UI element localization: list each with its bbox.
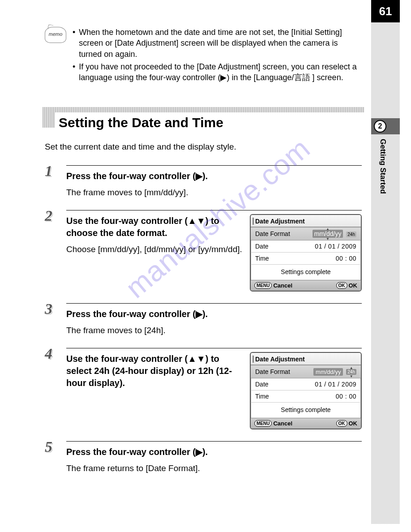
memo-block: memo •When the hometown and the date and… [45, 27, 362, 85]
lcd-title: Date Adjustment [251, 215, 361, 227]
step-title: Use the four-way controller (▲▼) to sele… [66, 353, 244, 389]
memo-item: If you have not proceeded to the [Date A… [79, 61, 362, 83]
lcd-ok: OK [349, 282, 358, 289]
lcd-cancel: Cancel [273, 420, 292, 427]
lcd-format-label: Date Format [255, 368, 290, 375]
lcd-date-value: 01 / 01 / 2009 [315, 381, 356, 388]
lcd-hour-chip: 24h [346, 232, 356, 237]
chapter-tab: 2 Getting Started [371, 22, 400, 524]
lcd-screen: Date Adjustment Date Format ▲ mm/dd/yy ▼… [250, 214, 362, 292]
step-number: 3 [45, 301, 58, 336]
chapter-number-badge: 2 [374, 120, 386, 133]
step-title: Press the four-way controller (▶). [66, 446, 362, 458]
step-title: Use the four-way controller (▲▼) to choo… [66, 215, 244, 239]
memo-item: When the hometown and the date and time … [79, 27, 362, 60]
lcd-format-value-selected: ▲ mm/dd/yy ▼ [313, 230, 343, 238]
step-number: 5 [45, 439, 58, 474]
menu-button-icon: MENU [254, 282, 272, 289]
manual-page: 61 2 Getting Started manualshive.com mem… [0, 0, 411, 532]
lcd-time-value: 00 : 00 [336, 393, 356, 400]
step-number: 1 [45, 163, 58, 198]
lcd-format-label: Date Format [255, 230, 290, 237]
step-desc: The frame moves to [24h]. [66, 325, 362, 336]
step: 2 Use the four-way controller (▲▼) to ch… [45, 210, 362, 292]
step-number: 2 [45, 208, 58, 292]
step-desc: Choose [mm/dd/yy], [dd/mm/yy] or [yy/mm/… [66, 244, 244, 255]
step-desc: The frame moves to [mm/dd/yy]. [66, 187, 362, 198]
lcd-time-label: Time [255, 255, 269, 262]
lcd-cancel: Cancel [273, 282, 292, 289]
ok-button-icon: OK [336, 282, 347, 289]
step: 3 Press the four-way controller (▶). The… [45, 303, 362, 336]
lcd-date-value: 01 / 01 / 2009 [315, 243, 356, 250]
lcd-time-label: Time [255, 393, 269, 400]
section-heading: Setting the Date and Time [43, 107, 364, 130]
lcd-complete: Settings complete [251, 403, 361, 418]
chapter-title: Getting Started [378, 139, 387, 194]
step-desc: The frame returns to [Date Format]. [66, 463, 362, 474]
menu-button-icon: MENU [254, 420, 272, 427]
lcd-format-value: mm/dd/yy [313, 368, 343, 376]
step-title: Press the four-way controller (▶). [66, 308, 362, 320]
step-title: Press the four-way controller (▶). [66, 170, 362, 182]
lcd-title: Date Adjustment [251, 353, 361, 365]
ok-button-icon: OK [336, 420, 347, 427]
step-number: 4 [45, 346, 58, 429]
lcd-date-label: Date [255, 381, 269, 388]
lcd-hour-chip-selected: ▲ 24h ▼ [346, 369, 356, 375]
step: 1 Press the four-way controller (▶). The… [45, 165, 362, 198]
memo-icon: memo [45, 27, 66, 43]
section-title: Setting the Date and Time [59, 115, 364, 130]
page-number: 61 [371, 0, 400, 22]
lcd-ok: OK [349, 420, 358, 427]
step: 5 Press the four-way controller (▶). The… [45, 441, 362, 474]
step: 4 Use the four-way controller (▲▼) to se… [45, 348, 362, 429]
section-intro: Set the current date and time and the di… [45, 142, 362, 152]
lcd-complete: Settings complete [251, 265, 361, 280]
lcd-screen: Date Adjustment Date Format mm/dd/yy ▲ 2… [250, 352, 362, 429]
lcd-time-value: 00 : 00 [336, 255, 356, 262]
lcd-date-label: Date [255, 243, 269, 250]
